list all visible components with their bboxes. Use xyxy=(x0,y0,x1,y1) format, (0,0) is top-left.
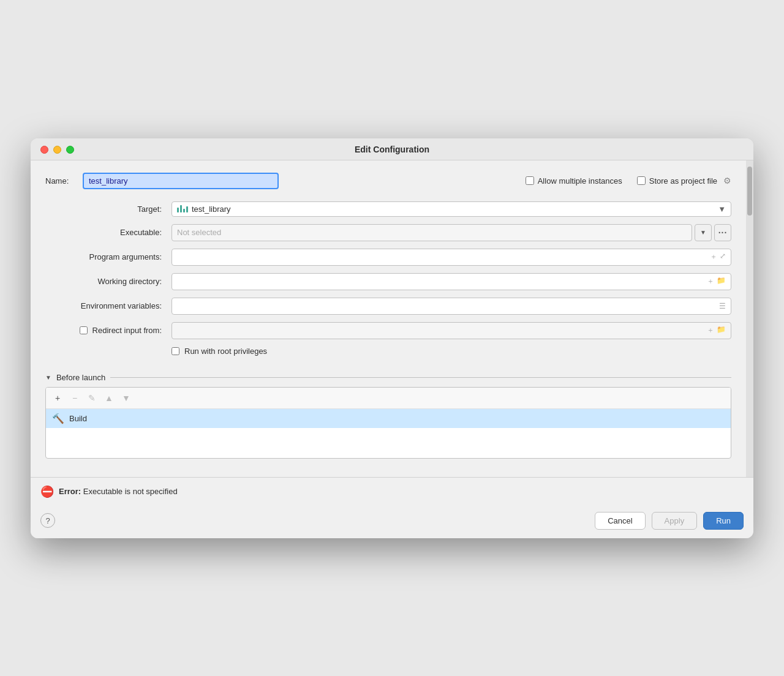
main-content: Name: Allow multiple instances Store as … xyxy=(31,160,746,477)
program-arguments-row: Program arguments: ＋ ⤢ xyxy=(45,249,731,266)
dialog-title: Edit Configuration xyxy=(355,145,429,154)
allow-multiple-checkbox[interactable] xyxy=(526,176,534,185)
dialog-body: Name: Allow multiple instances Store as … xyxy=(31,160,753,477)
apply-button[interactable]: Apply xyxy=(652,512,698,530)
run-root-label: Run with root privileges xyxy=(184,347,267,356)
redirect-input-row: Redirect input from: ＋ 📁 xyxy=(45,322,731,339)
titlebar: Edit Configuration xyxy=(31,138,753,160)
footer-buttons: Cancel Apply Run xyxy=(595,512,744,530)
before-launch-divider xyxy=(110,377,731,378)
redirect-input-checkbox[interactable] xyxy=(80,326,88,334)
form-section: Target: test_library ▼ xyxy=(45,201,731,465)
environment-variables-label: Environment variables: xyxy=(45,301,162,310)
scrollbar-thumb[interactable] xyxy=(747,167,752,216)
error-row: ⛔ Error: Executable is not specified xyxy=(31,477,753,506)
edit-configuration-dialog: Edit Configuration Name: Allow multiple … xyxy=(31,138,753,538)
working-directory-input[interactable]: ＋ 📁 xyxy=(172,273,731,290)
target-dropdown-arrow: ▼ xyxy=(718,205,726,214)
redirect-input-icons: ＋ 📁 xyxy=(707,325,726,336)
run-button[interactable]: Run xyxy=(703,512,744,530)
redirect-input-add-icon[interactable]: ＋ xyxy=(707,325,714,336)
working-directory-folder-icon[interactable]: 📁 xyxy=(717,276,726,287)
name-label: Name: xyxy=(45,176,73,186)
target-value: test_library xyxy=(192,205,718,214)
environment-variables-control: ☰ xyxy=(172,298,731,315)
move-down-button[interactable]: ▼ xyxy=(119,391,133,405)
target-control: test_library ▼ xyxy=(172,201,731,217)
before-launch-toolbar: + − ✎ ▲ ▼ xyxy=(46,388,731,409)
name-row: Name: Allow multiple instances Store as … xyxy=(45,173,731,189)
run-root-row: Run with root privileges xyxy=(172,347,731,356)
redirect-input-input[interactable]: ＋ 📁 xyxy=(172,322,731,339)
executable-dropdown-btn[interactable]: ▼ xyxy=(695,224,712,241)
error-prefix: Error: xyxy=(59,487,81,496)
move-up-button[interactable]: ▲ xyxy=(102,391,116,405)
environment-variables-icons: ☰ xyxy=(719,302,726,310)
checkbox-group: Allow multiple instances Store as projec… xyxy=(526,176,731,186)
environment-variables-input[interactable]: ☰ xyxy=(172,298,731,315)
working-directory-label: Working directory: xyxy=(45,277,162,286)
program-arguments-control: ＋ ⤢ xyxy=(172,249,731,266)
before-launch-chevron[interactable]: ▼ xyxy=(45,374,51,381)
scrollbar-track[interactable] xyxy=(746,160,753,477)
target-label: Target: xyxy=(45,205,162,214)
allow-multiple-item: Allow multiple instances xyxy=(526,176,622,186)
redirect-input-control: ＋ 📁 xyxy=(172,322,731,339)
maximize-button[interactable] xyxy=(66,146,74,154)
executable-input[interactable]: Not selected xyxy=(172,224,692,241)
footer-row: ? Cancel Apply Run xyxy=(31,506,753,538)
before-launch-panel: + − ✎ ▲ ▼ 🔨 Build xyxy=(45,387,731,459)
program-arguments-icons: ＋ ⤢ xyxy=(710,252,726,262)
working-directory-add-icon[interactable]: ＋ xyxy=(707,276,714,287)
before-launch-title: Before launch xyxy=(56,373,105,382)
error-icon: ⛔ xyxy=(40,485,54,498)
close-button[interactable] xyxy=(40,146,48,154)
name-input[interactable] xyxy=(83,173,279,189)
redirect-input-folder-icon[interactable]: 📁 xyxy=(717,325,726,336)
executable-browse-btn[interactable]: ··· xyxy=(714,224,731,241)
working-directory-row: Working directory: ＋ 📁 xyxy=(45,273,731,290)
executable-placeholder: Not selected xyxy=(177,228,221,237)
before-launch-header: ▼ Before launch xyxy=(45,373,731,382)
minimize-button[interactable] xyxy=(53,146,61,154)
before-launch-section: ▼ Before launch + − ✎ ▲ ▼ xyxy=(45,373,731,459)
remove-task-button[interactable]: − xyxy=(68,391,81,405)
run-root-checkbox[interactable] xyxy=(172,347,179,355)
program-arguments-input[interactable]: ＋ ⤢ xyxy=(172,249,731,266)
executable-row: Executable: Not selected ▼ ··· xyxy=(45,224,731,241)
allow-multiple-label: Allow multiple instances xyxy=(538,176,622,186)
program-arguments-expand-icon[interactable]: ⤢ xyxy=(720,252,726,262)
error-text: Error: Executable is not specified xyxy=(59,487,178,496)
target-row: Target: test_library ▼ xyxy=(45,201,731,217)
program-arguments-label: Program arguments: xyxy=(45,252,162,261)
executable-label: Executable: xyxy=(45,228,162,237)
store-as-project-checkbox[interactable] xyxy=(637,176,646,185)
environment-variables-row: Environment variables: ☰ xyxy=(45,298,731,315)
edit-task-button[interactable]: ✎ xyxy=(85,391,99,405)
redirect-input-label: Redirect input from: xyxy=(92,326,162,335)
build-icon: 🔨 xyxy=(52,413,64,424)
environment-variables-list-icon[interactable]: ☰ xyxy=(719,302,726,310)
gear-icon[interactable]: ⚙ xyxy=(723,176,731,186)
help-button[interactable]: ? xyxy=(40,513,55,528)
working-directory-icons: ＋ 📁 xyxy=(707,276,726,287)
executable-control: Not selected ▼ ··· xyxy=(172,224,731,241)
target-dropdown[interactable]: test_library ▼ xyxy=(172,201,731,217)
before-launch-list: 🔨 Build xyxy=(46,409,731,458)
build-label: Build xyxy=(69,414,87,423)
window-controls xyxy=(40,146,74,154)
add-task-button[interactable]: + xyxy=(51,391,64,405)
error-message: Executable is not specified xyxy=(83,487,178,496)
store-as-project-label: Store as project file xyxy=(649,176,717,186)
working-directory-control: ＋ 📁 xyxy=(172,273,731,290)
list-item[interactable]: 🔨 Build xyxy=(46,409,731,428)
program-arguments-add-icon[interactable]: ＋ xyxy=(710,252,717,262)
cancel-button[interactable]: Cancel xyxy=(595,512,645,530)
store-as-project-item: Store as project file ⚙ xyxy=(637,176,731,186)
